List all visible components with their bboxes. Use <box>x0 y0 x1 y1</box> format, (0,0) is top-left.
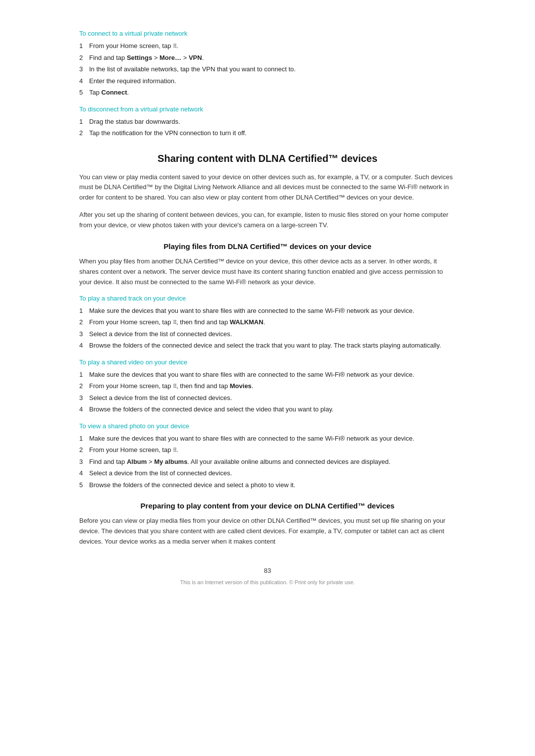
disconnect-vpn-heading: To disconnect from a virtual private net… <box>79 105 456 113</box>
page-number: 83 <box>79 567 456 574</box>
main-body-1: You can view or play media content saved… <box>79 172 456 203</box>
disconnect-vpn-steps: 1 Drag the status bar downwards. 2 Tap t… <box>79 117 456 138</box>
grid-icon: ⠿ <box>173 319 176 325</box>
list-item: 3 In the list of available networks, tap… <box>79 64 456 74</box>
list-item: 4 Browse the folders of the connected de… <box>79 404 456 414</box>
list-item: 1 Make sure the devices that you want to… <box>79 306 456 316</box>
play-track-heading: To play a shared track on your device <box>79 295 456 302</box>
list-item: 5 Tap Connect. <box>79 88 456 98</box>
list-item: 1 Drag the status bar downwards. <box>79 117 456 127</box>
main-heading: Sharing content with DLNA Certified™ dev… <box>79 153 456 164</box>
list-item: 4 Enter the required information. <box>79 76 456 86</box>
list-item: 1 Make sure the devices that you want to… <box>79 370 456 380</box>
play-video-steps: 1 Make sure the devices that you want to… <box>79 370 456 414</box>
preparing-heading: Preparing to play content from your devi… <box>79 502 456 510</box>
view-photo-heading: To view a shared photo on your device <box>79 422 456 430</box>
playing-files-heading: Playing files from DLNA Certified™ devic… <box>79 242 456 251</box>
list-item: 2 From your Home screen, tap ⠿, then fin… <box>79 381 456 391</box>
grid-icon: ⠿ <box>173 447 176 453</box>
list-item: 2 Find and tap Settings > More… > VPN. <box>79 53 456 63</box>
main-body-2: After you set up the sharing of content … <box>79 210 456 231</box>
connect-vpn-steps: 1 From your Home screen, tap ⠿. 2 Find a… <box>79 41 456 98</box>
list-item: 3 Select a device from the list of conne… <box>79 329 456 339</box>
page-container: To connect to a virtual private network … <box>79 0 456 625</box>
list-item: 4 Browse the folders of the connected de… <box>79 341 456 351</box>
play-video-heading: To play a shared video on your device <box>79 358 456 366</box>
list-item: 3 Select a device from the list of conne… <box>79 393 456 403</box>
grid-icon: ⠿ <box>173 43 176 49</box>
list-item: 5 Browse the folders of the connected de… <box>79 480 456 490</box>
list-item: 4 Select a device from the list of conne… <box>79 468 456 478</box>
list-item: 2 From your Home screen, tap ⠿, then fin… <box>79 317 456 327</box>
playing-files-body: When you play files from another DLNA Ce… <box>79 256 456 287</box>
connect-vpn-heading: To connect to a virtual private network <box>79 30 456 37</box>
list-item: 2 Tap the notification for the VPN conne… <box>79 128 456 138</box>
view-photo-steps: 1 Make sure the devices that you want to… <box>79 434 456 490</box>
play-track-steps: 1 Make sure the devices that you want to… <box>79 306 456 351</box>
list-item: 3 Find and tap Album > My albums. All yo… <box>79 457 456 467</box>
preparing-body: Before you can view or play media files … <box>79 516 456 547</box>
list-item: 1 Make sure the devices that you want to… <box>79 434 456 444</box>
list-item: 2 From your Home screen, tap ⠿. <box>79 445 456 455</box>
list-item: 1 From your Home screen, tap ⠿. <box>79 41 456 51</box>
footer-text: This is an Internet version of this publ… <box>79 579 456 585</box>
grid-icon: ⠿ <box>173 383 176 389</box>
